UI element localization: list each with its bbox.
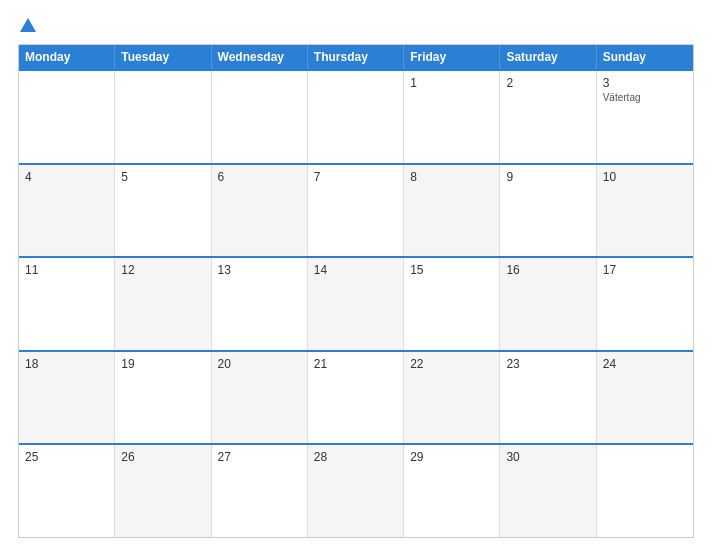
cal-cell-4-2: 19	[115, 352, 211, 444]
cal-cell-1-5: 1	[404, 71, 500, 163]
cal-cell-3-7: 17	[597, 258, 693, 350]
cal-cell-4-5: 22	[404, 352, 500, 444]
col-monday: Monday	[19, 45, 115, 69]
cal-cell-3-2: 12	[115, 258, 211, 350]
cal-cell-2-5: 8	[404, 165, 500, 257]
logo	[18, 18, 36, 34]
day-event: Vätertag	[603, 92, 687, 103]
day-number: 14	[314, 263, 397, 277]
day-number: 3	[603, 76, 687, 90]
cal-cell-3-3: 13	[212, 258, 308, 350]
day-number: 2	[506, 76, 589, 90]
day-number: 20	[218, 357, 301, 371]
col-tuesday: Tuesday	[115, 45, 211, 69]
col-sunday: Sunday	[597, 45, 693, 69]
week-row-5: 252627282930	[19, 443, 693, 537]
cal-cell-5-5: 29	[404, 445, 500, 537]
cal-cell-1-6: 2	[500, 71, 596, 163]
day-number: 24	[603, 357, 687, 371]
col-friday: Friday	[404, 45, 500, 69]
col-wednesday: Wednesday	[212, 45, 308, 69]
day-number: 4	[25, 170, 108, 184]
cal-cell-5-4: 28	[308, 445, 404, 537]
cal-cell-4-7: 24	[597, 352, 693, 444]
week-row-4: 18192021222324	[19, 350, 693, 444]
day-number: 9	[506, 170, 589, 184]
day-number: 1	[410, 76, 493, 90]
day-number: 21	[314, 357, 397, 371]
day-number: 27	[218, 450, 301, 464]
day-number: 23	[506, 357, 589, 371]
cal-cell-2-7: 10	[597, 165, 693, 257]
cal-cell-1-1	[19, 71, 115, 163]
day-number: 11	[25, 263, 108, 277]
cal-cell-2-3: 6	[212, 165, 308, 257]
cal-cell-4-1: 18	[19, 352, 115, 444]
day-number: 13	[218, 263, 301, 277]
day-number: 16	[506, 263, 589, 277]
col-saturday: Saturday	[500, 45, 596, 69]
week-row-1: 123Vätertag	[19, 69, 693, 163]
cal-cell-1-3	[212, 71, 308, 163]
cal-cell-3-4: 14	[308, 258, 404, 350]
cal-cell-2-2: 5	[115, 165, 211, 257]
week-row-2: 45678910	[19, 163, 693, 257]
cal-cell-5-6: 30	[500, 445, 596, 537]
day-number: 25	[25, 450, 108, 464]
cal-cell-2-6: 9	[500, 165, 596, 257]
page: Monday Tuesday Wednesday Thursday Friday…	[0, 0, 712, 550]
day-number: 29	[410, 450, 493, 464]
cal-cell-5-7	[597, 445, 693, 537]
day-number: 17	[603, 263, 687, 277]
week-row-3: 11121314151617	[19, 256, 693, 350]
day-number: 12	[121, 263, 204, 277]
cal-cell-5-2: 26	[115, 445, 211, 537]
cal-cell-4-4: 21	[308, 352, 404, 444]
day-number: 19	[121, 357, 204, 371]
day-number: 15	[410, 263, 493, 277]
logo-triangle-icon	[20, 18, 36, 32]
cal-cell-4-3: 20	[212, 352, 308, 444]
calendar: Monday Tuesday Wednesday Thursday Friday…	[18, 44, 694, 538]
day-number: 26	[121, 450, 204, 464]
cal-cell-4-6: 23	[500, 352, 596, 444]
day-number: 28	[314, 450, 397, 464]
day-number: 5	[121, 170, 204, 184]
cal-cell-3-6: 16	[500, 258, 596, 350]
header	[18, 18, 694, 34]
calendar-header-row: Monday Tuesday Wednesday Thursday Friday…	[19, 45, 693, 69]
day-number: 18	[25, 357, 108, 371]
cal-cell-1-7: 3Vätertag	[597, 71, 693, 163]
cal-cell-5-1: 25	[19, 445, 115, 537]
day-number: 8	[410, 170, 493, 184]
cal-cell-2-4: 7	[308, 165, 404, 257]
cal-cell-5-3: 27	[212, 445, 308, 537]
cal-cell-3-5: 15	[404, 258, 500, 350]
cal-cell-2-1: 4	[19, 165, 115, 257]
cal-cell-1-4	[308, 71, 404, 163]
day-number: 7	[314, 170, 397, 184]
day-number: 22	[410, 357, 493, 371]
cal-cell-3-1: 11	[19, 258, 115, 350]
day-number: 6	[218, 170, 301, 184]
day-number: 10	[603, 170, 687, 184]
cal-cell-1-2	[115, 71, 211, 163]
calendar-body: 123Vätertag45678910111213141516171819202…	[19, 69, 693, 537]
day-number: 30	[506, 450, 589, 464]
logo-block	[18, 18, 36, 34]
col-thursday: Thursday	[308, 45, 404, 69]
